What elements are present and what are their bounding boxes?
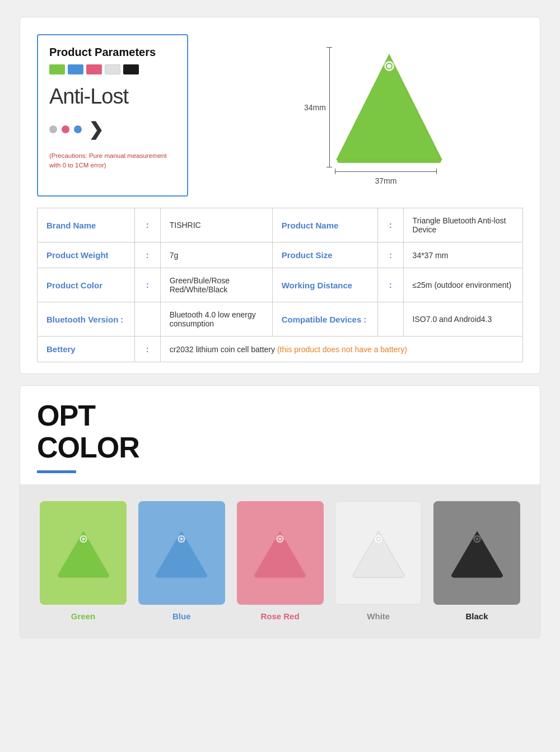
spec-value-brand: TISHRIC — [170, 221, 201, 230]
product-parameters-section: Product Parameters Anti-Lost ❯ (Precauti… — [20, 17, 540, 374]
color-label-white: White — [367, 611, 390, 621]
colon: : — [387, 281, 394, 289]
swatch-blue — [68, 64, 83, 74]
spec-value-compatible: ISO7.0 and Android4.3 — [413, 315, 492, 324]
color-label-black: Black — [465, 611, 488, 621]
colon: : — [144, 251, 151, 260]
device-diagram: 34mm — [188, 34, 523, 191]
color-box-white — [335, 501, 422, 605]
color-item-green: Green — [37, 501, 129, 621]
opt-color-header: OPT COLOR — [20, 386, 540, 464]
top-area: Product Parameters Anti-Lost ❯ (Precauti… — [37, 34, 523, 197]
color-item-black: Black — [431, 501, 523, 621]
svg-point-7 — [180, 538, 184, 541]
color-label-rose: Rose Red — [260, 611, 299, 621]
height-dim-label: 34mm — [304, 103, 326, 112]
opt-title-line1: OPT — [37, 400, 523, 432]
colon: : — [387, 251, 394, 260]
spec-label-size: Product Size — [282, 250, 333, 260]
spec-value-battery-normal: cr2032 lithium coin cell battery — [170, 345, 277, 354]
triangle-rose — [252, 526, 308, 580]
spec-value-color: Green/Bule/Rose Red/White/Black — [170, 276, 230, 294]
spec-label-bluetooth: Bluetooth Version — [46, 315, 118, 324]
opt-title-line2: COLOR — [37, 432, 523, 464]
triangle-white — [351, 526, 407, 580]
triangle-green — [55, 526, 111, 580]
spec-value-battery-highlight: (this product does not have a battery) — [277, 345, 407, 354]
opt-color-section: OPT COLOR Green — [20, 385, 540, 638]
spec-label-working-distance: Working Distance — [282, 281, 352, 290]
spec-label-color: Product Color — [46, 281, 102, 290]
spec-label-product-name: Product Name — [282, 221, 339, 230]
spec-label-battery: Bettery — [46, 344, 76, 354]
colon: : — [387, 221, 394, 230]
dots-row: ❯ — [49, 119, 176, 140]
opt-title: OPT COLOR — [37, 400, 523, 464]
spec-value-product-name: Triangle Bluetooth Anti-lost Device — [413, 216, 506, 234]
arrow-icon: ❯ — [88, 119, 104, 140]
triangle-blue — [153, 526, 209, 580]
spec-label-weight: Product Weight — [46, 250, 109, 260]
table-row: Product Color : Green/Bule/Rose Red/Whit… — [38, 268, 523, 302]
spec-value-size: 34*37 mm — [413, 251, 449, 260]
color-item-white: White — [332, 501, 424, 621]
color-box-black — [433, 501, 520, 605]
width-dim-label: 37mm — [335, 176, 437, 185]
colon: : — [144, 221, 151, 230]
anti-lost-label: Anti-Lost — [49, 85, 176, 109]
colon: : — [361, 315, 368, 324]
params-card-title: Product Parameters — [49, 45, 176, 59]
table-row: Brand Name : TISHRIC Product Name : Tria… — [38, 208, 523, 242]
svg-point-11 — [376, 538, 380, 541]
params-card: Product Parameters Anti-Lost ❯ (Precauti… — [37, 34, 188, 197]
diagram-inner: 34mm — [283, 43, 440, 188]
swatch-white — [105, 64, 120, 74]
colon: : — [144, 281, 151, 289]
opt-underline — [37, 470, 76, 473]
swatch-rose — [86, 64, 102, 74]
color-item-rose: Rose Red — [234, 501, 326, 621]
svg-point-2 — [386, 63, 392, 69]
swatch-green — [49, 64, 65, 74]
color-item-blue: Blue — [136, 501, 228, 621]
spec-value-bluetooth: Bluetooth 4.0 low energy consumption — [170, 310, 256, 328]
triangle-black — [449, 526, 505, 580]
table-row: Product Weight : 7g Product Size : 34*37… — [38, 242, 523, 268]
spec-value-working-distance: ≤25m (outdoor environment) — [413, 281, 512, 289]
specs-table: Brand Name : TISHRIC Product Name : Tria… — [37, 208, 523, 362]
color-label-green: Green — [71, 611, 95, 621]
dot-blue — [74, 125, 82, 133]
color-grid: Green Blue Rose Red — [20, 484, 540, 638]
color-label-blue: Blue — [172, 611, 191, 621]
colon: : — [144, 345, 151, 354]
precaution-text: (Precautions: Pure manual measurement wi… — [49, 151, 176, 171]
spec-label-compatible: Compatible Devices — [282, 315, 362, 324]
svg-point-9 — [278, 538, 282, 541]
color-box-rose — [237, 501, 324, 605]
color-swatches — [49, 64, 176, 74]
spec-value-weight: 7g — [170, 251, 179, 260]
table-row: Bluetooth Version: Bluetooth 4.0 low ene… — [38, 302, 523, 337]
dot-pink — [62, 125, 69, 133]
spec-label-brand: Brand Name — [46, 221, 96, 230]
color-box-green — [40, 501, 127, 605]
device-triangle-svg — [333, 48, 445, 169]
table-row: Bettery : cr2032 lithium coin cell batte… — [38, 337, 523, 362]
svg-point-5 — [81, 538, 85, 541]
colon: : — [118, 315, 125, 324]
swatch-black — [123, 64, 139, 74]
dot-gray — [49, 125, 57, 133]
color-box-blue — [138, 501, 225, 605]
svg-point-13 — [475, 538, 479, 541]
